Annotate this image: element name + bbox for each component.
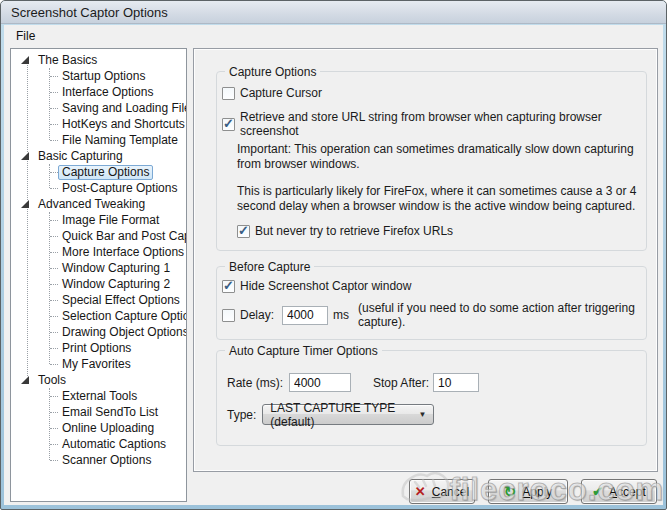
tree-children: External Tools Email SendTo List Online …: [11, 388, 186, 468]
capture-cursor-label: Capture Cursor: [240, 86, 322, 100]
apply-refresh-icon: ↻: [504, 484, 517, 499]
tree-item-label: Selection Capture Options: [58, 309, 187, 324]
tree-item-label: Capture Options: [58, 165, 153, 180]
tree-item-label: Print Options: [58, 341, 135, 356]
tree-item-label: File Naming Template: [58, 133, 182, 148]
apply-button-label: Apply: [522, 485, 552, 499]
expand-triangle-icon[interactable]: [21, 376, 29, 384]
expand-triangle-icon[interactable]: [21, 56, 29, 64]
retrieve-url-row[interactable]: Retrieve and store URL string from brows…: [222, 110, 638, 138]
tree-section-basic-capturing[interactable]: Basic Capturing: [11, 148, 186, 164]
tree-item-label: Drawing Object Options: [58, 325, 187, 340]
rate-input[interactable]: [289, 373, 351, 392]
rate-label: Rate (ms):: [227, 376, 283, 390]
cancel-button-label: Cancel: [432, 485, 469, 499]
tree-item-window-capturing-2[interactable]: Window Capturing 2: [11, 276, 186, 292]
delay-row: Delay: ms (useful if you need to do some…: [222, 301, 638, 329]
tree-inner: The Basics Startup Options Interface Opt…: [11, 49, 186, 468]
tree-item-file-naming-template[interactable]: File Naming Template: [11, 132, 186, 148]
tree-section-advanced-tweaking[interactable]: Advanced Tweaking: [11, 196, 186, 212]
delay-label: Delay:: [240, 308, 274, 322]
tree-item-post-capture-options[interactable]: Post-Capture Options: [11, 180, 186, 196]
titlebar: Screenshot Captor Options: [1, 1, 666, 24]
tree-item-hotkeys-and-shortcuts[interactable]: HotKeys and Shortcuts: [11, 116, 186, 132]
tree-item-startup-options[interactable]: Startup Options: [11, 68, 186, 84]
tree-item-capture-options[interactable]: Capture Options: [11, 164, 186, 180]
tree-item-label: Automatic Captions: [58, 437, 170, 452]
button-bar: ✕ Cancel ↻ Apply ✔ Accept: [409, 479, 657, 504]
hide-window-checkbox[interactable]: [222, 280, 235, 293]
tree-section-label: Tools: [34, 373, 70, 388]
window-title: Screenshot Captor Options: [11, 5, 168, 20]
never-firefox-row[interactable]: But never try to retrieve Firefox URLs: [237, 224, 638, 238]
tree-item-interface-options[interactable]: Interface Options: [11, 84, 186, 100]
options-tree: The Basics Startup Options Interface Opt…: [10, 48, 187, 502]
tree-item-automatic-captions[interactable]: Automatic Captions: [11, 436, 186, 452]
delay-input[interactable]: [282, 306, 328, 325]
accept-button[interactable]: ✔ Accept: [581, 479, 657, 504]
never-firefox-checkbox[interactable]: [237, 225, 250, 238]
tree-item-drawing-object-options[interactable]: Drawing Object Options: [11, 324, 186, 340]
apply-button[interactable]: ↻ Apply: [488, 479, 568, 504]
capture-options-group-title: Capture Options: [225, 65, 320, 79]
tree-item-label: More Interface Options: [58, 245, 187, 260]
rate-row: Rate (ms): Stop After:: [227, 373, 638, 392]
delay-note: (useful if you need to do some action af…: [358, 301, 638, 329]
tree-item-selection-capture-options[interactable]: Selection Capture Options: [11, 308, 186, 324]
stop-after-label: Stop After:: [373, 376, 429, 390]
expand-triangle-icon[interactable]: [21, 200, 29, 208]
stop-after-input[interactable]: [433, 373, 479, 392]
tree-item-external-tools[interactable]: External Tools: [11, 388, 186, 404]
tree-item-label: Quick Bar and Post Cap: [58, 229, 187, 244]
important-note: Important: This operation can sometimes …: [237, 142, 638, 172]
tree-item-more-interface-options[interactable]: More Interface Options: [11, 244, 186, 260]
tree-item-saving-and-loading-files[interactable]: Saving and Loading Files: [11, 100, 186, 116]
tree-item-my-favorites[interactable]: My Favorites: [11, 356, 186, 372]
dialog-body: File The Basics Startup Options Interfac…: [4, 25, 663, 505]
capture-cursor-checkbox[interactable]: [222, 87, 235, 100]
tree-section-label: Basic Capturing: [34, 149, 127, 164]
delay-checkbox[interactable]: [222, 309, 235, 322]
tree-section-the-basics[interactable]: The Basics: [11, 52, 186, 68]
expand-triangle-icon[interactable]: [21, 152, 29, 160]
capture-cursor-row[interactable]: Capture Cursor: [222, 86, 638, 100]
auto-capture-group-title: Auto Capture Timer Options: [225, 344, 382, 358]
accept-button-label: Accept: [609, 485, 646, 499]
tree-item-label: Online Uploading: [58, 421, 158, 436]
capture-options-group: Capture Options Capture Cursor Retrieve …: [216, 71, 647, 251]
tree-children: Capture Options Post-Capture Options: [11, 164, 186, 196]
type-row: Type: LAST CAPTURE TYPE (default) ▼: [227, 404, 638, 425]
tree-item-label: Startup Options: [58, 69, 149, 84]
tree-item-online-uploading[interactable]: Online Uploading: [11, 420, 186, 436]
accept-check-icon: ✔: [592, 484, 603, 499]
auto-capture-group: Auto Capture Timer Options Rate (ms): St…: [216, 350, 647, 446]
tree-children: Image File Format Quick Bar and Post Cap…: [11, 212, 186, 372]
tree-item-label: Image File Format: [58, 213, 163, 228]
cancel-button[interactable]: ✕ Cancel: [409, 479, 475, 504]
tree-item-scanner-options[interactable]: Scanner Options: [11, 452, 186, 468]
tree-item-email-sendto-list[interactable]: Email SendTo List: [11, 404, 186, 420]
hide-window-row[interactable]: Hide Screenshot Captor window: [222, 279, 638, 293]
tree-item-print-options[interactable]: Print Options: [11, 340, 186, 356]
before-capture-group: Before Capture Hide Screenshot Captor wi…: [216, 266, 647, 340]
tree-section-label: Advanced Tweaking: [34, 197, 149, 212]
tree-item-label: My Favorites: [58, 357, 135, 372]
menu-file[interactable]: File: [8, 27, 43, 45]
tree-item-special-effect-options[interactable]: Special Effect Options: [11, 292, 186, 308]
settings-panel: Capture Options Capture Cursor Retrieve …: [193, 48, 658, 472]
tree-item-label: Special Effect Options: [58, 293, 184, 308]
options-window: Screenshot Captor Options File The Basic…: [0, 0, 667, 510]
tree-item-image-file-format[interactable]: Image File Format: [11, 212, 186, 228]
capture-type-dropdown[interactable]: LAST CAPTURE TYPE (default) ▼: [262, 404, 434, 425]
before-capture-group-title: Before Capture: [225, 260, 314, 274]
tree-item-label: Email SendTo List: [58, 405, 162, 420]
tree-item-label: Saving and Loading Files: [58, 101, 187, 116]
tree-children: Startup Options Interface Options Saving…: [11, 68, 186, 148]
tree-item-label: External Tools: [58, 389, 141, 404]
hide-window-label: Hide Screenshot Captor window: [240, 279, 411, 293]
tree-item-quick-bar-and-post-cap[interactable]: Quick Bar and Post Cap: [11, 228, 186, 244]
tree-item-window-capturing-1[interactable]: Window Capturing 1: [11, 260, 186, 276]
cancel-x-icon: ✕: [415, 484, 426, 499]
tree-section-tools[interactable]: Tools: [11, 372, 186, 388]
retrieve-url-checkbox[interactable]: [222, 118, 235, 131]
